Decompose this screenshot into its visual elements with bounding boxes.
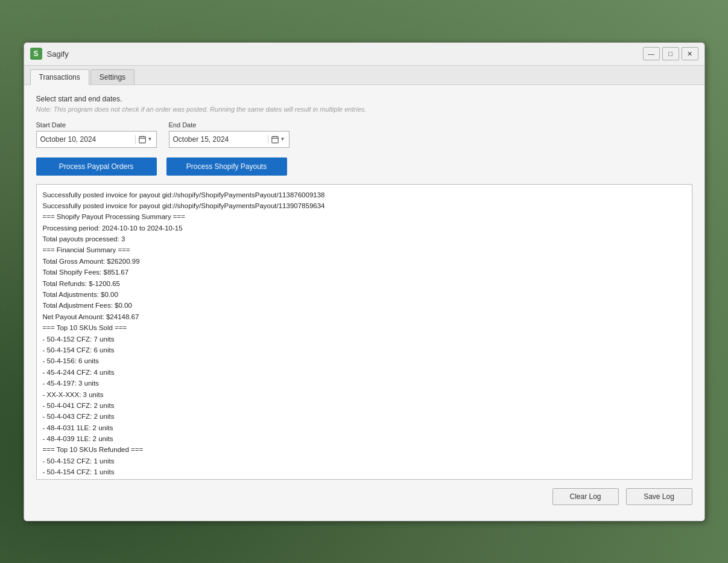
tab-settings[interactable]: Settings: [90, 69, 135, 84]
calendar-icon-end: [271, 135, 279, 144]
end-date-label: End Date: [169, 121, 290, 129]
window-controls: — □ ✕: [643, 47, 698, 60]
app-icon: S: [30, 48, 42, 60]
svg-rect-4: [271, 136, 278, 143]
end-date-value: October 15, 2024: [173, 135, 268, 144]
minimize-button[interactable]: —: [643, 47, 660, 60]
main-content: Select start and end dates. Note: This p…: [24, 85, 704, 521]
title-bar-left: S Sagify: [30, 48, 69, 60]
date-row: Start Date October 10, 2024 ▼: [36, 121, 692, 148]
clear-log-button[interactable]: Clear Log: [552, 488, 619, 505]
save-log-button[interactable]: Save Log: [626, 488, 692, 505]
process-paypal-button[interactable]: Process Paypal Orders: [36, 157, 157, 176]
section-note: Note: This program does not check if an …: [36, 106, 692, 113]
footer-buttons: Clear Log Save Log: [36, 488, 692, 511]
app-title: Sagify: [47, 49, 69, 59]
title-bar: S Sagify — □ ✕: [24, 43, 704, 66]
tab-bar: Transactions Settings: [24, 66, 704, 85]
svg-rect-0: [139, 136, 145, 143]
process-shopify-button[interactable]: Process Shopify Payouts: [166, 157, 287, 176]
maximize-button[interactable]: □: [662, 47, 679, 60]
close-button[interactable]: ✕: [682, 47, 698, 60]
main-window: S Sagify — □ ✕ Transactions Settings Sel…: [24, 42, 705, 521]
window-content: Transactions Settings Select start and e…: [24, 66, 704, 521]
action-buttons: Process Paypal Orders Process Shopify Pa…: [36, 157, 692, 176]
log-output: Successfully posted invoice for payout g…: [36, 184, 692, 480]
section-title: Select start and end dates.: [36, 95, 692, 103]
start-date-picker-btn[interactable]: ▼: [135, 135, 153, 144]
tab-transactions[interactable]: Transactions: [30, 69, 89, 85]
start-date-value: October 10, 2024: [40, 135, 135, 144]
start-date-label: Start Date: [36, 121, 157, 129]
start-date-dropdown-arrow: ▼: [148, 136, 153, 142]
end-date-dropdown-arrow: ▼: [280, 136, 285, 142]
start-date-group: Start Date October 10, 2024 ▼: [36, 121, 157, 148]
end-date-group: End Date October 15, 2024 ▼: [169, 121, 290, 148]
calendar-icon: [138, 135, 147, 144]
start-date-input[interactable]: October 10, 2024 ▼: [36, 131, 157, 148]
end-date-picker-btn[interactable]: ▼: [268, 135, 285, 144]
end-date-input[interactable]: October 15, 2024 ▼: [169, 131, 290, 148]
